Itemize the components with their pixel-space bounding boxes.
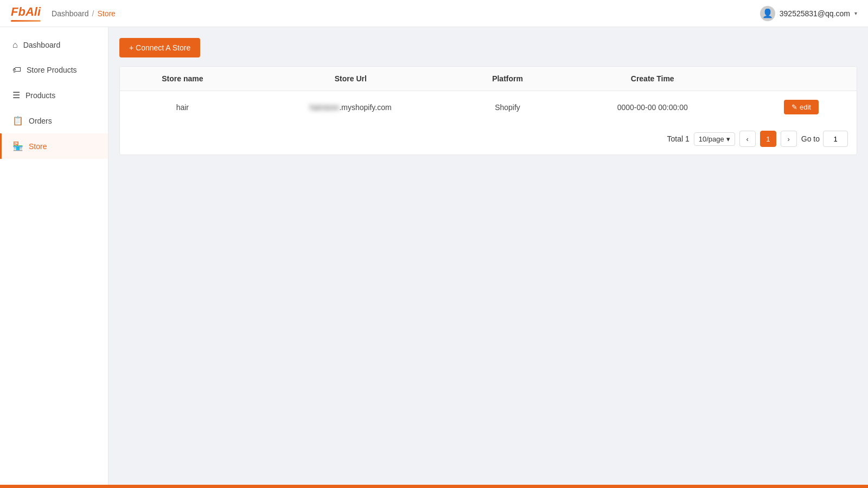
col-store-name: Store name bbox=[120, 67, 245, 91]
sidebar-item-dashboard[interactable]: ⌂ Dashboard bbox=[0, 33, 108, 57]
connect-store-button[interactable]: + Connect A Store bbox=[119, 38, 200, 57]
goto-area: Go to bbox=[801, 131, 848, 147]
page-1-button[interactable]: 1 bbox=[760, 131, 776, 147]
products-icon: ☰ bbox=[12, 90, 20, 100]
cell-store-name: hair bbox=[120, 91, 245, 124]
store-url-visible: .myshopify.com bbox=[339, 103, 391, 112]
logo-underline bbox=[11, 20, 41, 22]
store-table-card: Store name Store Url Platform Create Tim… bbox=[119, 66, 857, 155]
pagination-area: Total 1 10/page ▾ ‹ 1 › Go to bbox=[120, 123, 857, 155]
store-products-icon: 🏷 bbox=[12, 65, 21, 75]
table-row: hair hairstore.myshopify.com Shopify 000… bbox=[120, 91, 857, 124]
user-area[interactable]: 👤 392525831@qq.com ▾ bbox=[760, 6, 857, 21]
col-create-time: Create Time bbox=[559, 67, 746, 91]
sidebar-item-orders[interactable]: 📋 Orders bbox=[0, 108, 108, 133]
cell-actions: ✎ edit bbox=[746, 91, 857, 124]
store-url-blurred: hairstore bbox=[310, 103, 339, 112]
cell-platform: Shopify bbox=[456, 91, 559, 124]
sidebar-label-store-products: Store Products bbox=[27, 66, 77, 74]
total-label: Total 1 bbox=[667, 134, 689, 143]
goto-label: Go to bbox=[801, 134, 820, 143]
dashboard-icon: ⌂ bbox=[12, 40, 18, 50]
logo-orange: Ali bbox=[25, 5, 41, 18]
store-icon: 🏪 bbox=[12, 141, 23, 151]
table-header-row: Store name Store Url Platform Create Tim… bbox=[120, 67, 857, 91]
store-table: Store name Store Url Platform Create Tim… bbox=[120, 67, 857, 123]
col-store-url: Store Url bbox=[245, 67, 456, 91]
chevron-down-icon: ▾ bbox=[854, 10, 857, 16]
cell-store-url: hairstore.myshopify.com bbox=[245, 91, 456, 124]
col-actions bbox=[746, 67, 857, 91]
per-page-value: 10/page bbox=[699, 135, 724, 143]
logo: FbAli bbox=[11, 5, 41, 22]
next-page-button[interactable]: › bbox=[781, 131, 797, 147]
prev-page-button[interactable]: ‹ bbox=[739, 131, 756, 147]
cell-create-time: 0000-00-00 00:00:00 bbox=[559, 91, 746, 124]
sidebar: ⌂ Dashboard 🏷 Store Products ☰ Products … bbox=[0, 27, 108, 485]
user-email: 392525831@qq.com bbox=[780, 9, 850, 18]
sidebar-label-store: Store bbox=[29, 142, 47, 151]
total-text: Total bbox=[667, 134, 683, 143]
user-avatar: 👤 bbox=[760, 6, 775, 21]
breadcrumb-dashboard: Dashboard bbox=[52, 9, 89, 18]
logo-text: FbAli bbox=[11, 5, 41, 19]
header-left: FbAli Dashboard / Store bbox=[11, 5, 116, 22]
sidebar-label-products: Products bbox=[25, 91, 55, 100]
per-page-chevron-icon: ▾ bbox=[726, 135, 730, 143]
breadcrumb-separator: / bbox=[92, 9, 94, 18]
breadcrumb-current: Store bbox=[97, 9, 115, 18]
main-layout: ⌂ Dashboard 🏷 Store Products ☰ Products … bbox=[0, 27, 868, 485]
orders-icon: 📋 bbox=[12, 115, 23, 126]
sidebar-item-store[interactable]: 🏪 Store bbox=[0, 133, 108, 159]
sidebar-item-store-products[interactable]: 🏷 Store Products bbox=[0, 57, 108, 82]
top-header: FbAli Dashboard / Store 👤 392525831@qq.c… bbox=[0, 0, 868, 27]
edit-button[interactable]: ✎ edit bbox=[784, 100, 819, 114]
per-page-selector[interactable]: 10/page ▾ bbox=[694, 132, 735, 146]
goto-input[interactable] bbox=[823, 131, 848, 147]
bottom-bar bbox=[0, 485, 868, 488]
logo-black: Fb bbox=[11, 5, 25, 18]
total-count: 1 bbox=[685, 134, 690, 143]
sidebar-item-products[interactable]: ☰ Products bbox=[0, 82, 108, 108]
breadcrumb: Dashboard / Store bbox=[52, 9, 116, 18]
content-area: + Connect A Store Store name Store Url P… bbox=[108, 27, 868, 485]
col-platform: Platform bbox=[456, 67, 559, 91]
sidebar-label-orders: Orders bbox=[29, 117, 52, 125]
sidebar-label-dashboard: Dashboard bbox=[23, 41, 61, 49]
